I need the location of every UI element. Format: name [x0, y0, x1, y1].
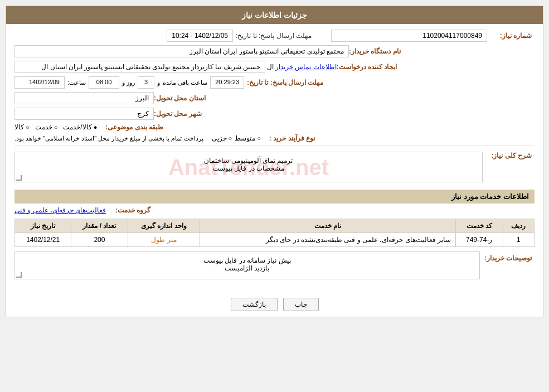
cell-kod: ز-74-749 [455, 233, 503, 247]
kala-label: کالا [14, 123, 24, 131]
cell-vahed: متر طول [128, 233, 200, 247]
shahr-value: کرج [14, 108, 154, 120]
page-title: جزئیات اطلاعات نیاز [6, 6, 543, 24]
radio-kalaKhadamat[interactable]: ● کالا/خدمت [63, 123, 97, 131]
saat-label: ساعت: [67, 79, 86, 86]
ostan-value: البرز [14, 92, 154, 104]
ijadKonande-value: حسین شریف نیا کاربرداز مجتمع تولیدی تحقی… [14, 61, 265, 73]
radio-khadamat[interactable]: ○ خدمت [35, 123, 58, 131]
tabaqeh-label: طبقه بندی موضوعی: [105, 123, 163, 131]
ijadKonande-label: ایجاد کننده درخواست: [337, 63, 397, 71]
radio-kala[interactable]: ○ کالا [14, 123, 30, 131]
saat-value: 08:00 [89, 76, 119, 89]
shomareNiaz-label: شماره نیاز: [487, 32, 532, 40]
col-vahed: واحد اندازه گیری [128, 219, 200, 233]
khd-section-title: اطلاعات خدمات مورد نیاز [14, 190, 535, 204]
cell-tedad: 200 [71, 233, 128, 247]
cell-radif: 1 [503, 233, 535, 247]
tarikh-value: 1402/12/09 [14, 76, 65, 89]
mohlatErsal-label: مهلت ارسال پاسخ: تا تاریخ: [247, 79, 323, 86]
tosaif-value: پیش نیاز سامانه در فایل پیوست بازدید الز… [14, 251, 480, 279]
watermark: AnatTender.net [168, 154, 329, 180]
tarikhElan-label: مهلت ارسال پاسخ: تا تاریخ: [236, 32, 312, 40]
col-tarikh: تاریخ نیاز [15, 219, 71, 233]
khadamat-label: خدمت [35, 123, 52, 131]
ijadKonande-link[interactable]: اطلاعات تماس خریدار [275, 63, 337, 71]
col-nam: نام خدمت [200, 219, 456, 233]
rooz-label: روز و [122, 79, 135, 86]
baghimande-label: ساعت باقی مانده [163, 79, 207, 86]
namDastgah-label: نام دستگاه خریدار: [349, 47, 401, 55]
resize-handle [16, 175, 22, 181]
table-row: 1 ز-74-749 سایر فعالیت‌های حرفه‌ای، علمی… [15, 233, 535, 247]
kalaKhadamat-label: کالا/خدمت [63, 123, 91, 131]
col-radif: ردیف [503, 219, 535, 233]
chap-button[interactable]: چاپ [283, 298, 319, 311]
cell-nam: سایر فعالیت‌های حرفه‌ای، علمی و فنی طبقه… [200, 233, 456, 247]
noefarayand-note: پرداخت تمام یا بخشی از مبلغ خریداز محل "… [14, 135, 203, 142]
col-tedad: تعداد / مقدار [71, 219, 128, 233]
services-table: ردیف کد خدمت نام خدمت واحد اندازه گیری ت… [14, 219, 535, 247]
motavaset-label: متوسط [235, 134, 255, 142]
shomareNiaz-value: 1102004117000849 [331, 30, 487, 42]
namDastgah-value: مجتمع تولیدی تحقیقاتی انستیتو پاستور ایر… [14, 45, 349, 57]
goroheKhadamat-value[interactable]: فعالیت‌های حرفه‌ای، علمی و فنی [14, 206, 106, 214]
tarikh-elan-value: 1402/12/05 - 10:24 [167, 30, 233, 42]
col-kod: کد خدمت [455, 219, 503, 233]
cell-tarikh: 1402/12/21 [15, 233, 71, 247]
sharhKoli-label: شرح کلی نیاز: [487, 152, 532, 159]
resize-handle-2 [16, 272, 22, 278]
radio-jozi[interactable]: ○ جزیی [212, 134, 232, 142]
bazgasht-button[interactable]: بازگشت [231, 298, 278, 311]
radio-motavaset[interactable]: ○ متوسط [235, 134, 261, 142]
footer-buttons: چاپ بازگشت [6, 292, 543, 317]
goroheKhadamat-label: گروه خدمت: [106, 206, 150, 214]
ostan-label: استان محل تحویل: [154, 94, 206, 102]
rooz-value: 3 [138, 76, 154, 89]
jozi-label: جزیی [212, 134, 227, 142]
tosaif-label: توصیحات خریدار: [484, 254, 532, 262]
baghimande-time: 20:29:23 [210, 76, 244, 89]
shahr-label: شهر محل تحویل: [154, 110, 202, 118]
noefarayand-label: نوع فرآیند خرید : [269, 134, 315, 142]
